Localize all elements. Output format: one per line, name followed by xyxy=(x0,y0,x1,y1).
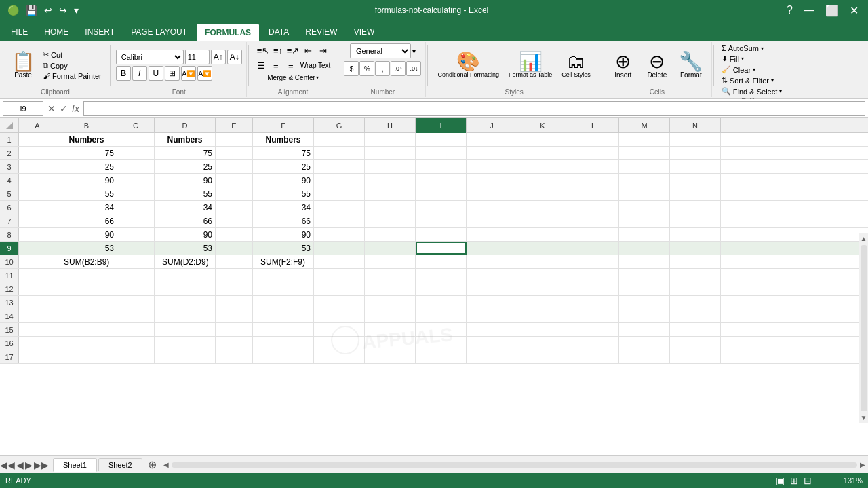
cell-c7[interactable] xyxy=(117,214,155,227)
cell-i6[interactable] xyxy=(416,201,467,214)
delete-button[interactable]: ⊖ Delete xyxy=(641,50,673,81)
cell-n10[interactable] xyxy=(670,255,721,268)
tab-data[interactable]: DATA xyxy=(260,23,297,41)
cell-n7[interactable] xyxy=(670,214,721,227)
cell-l8[interactable] xyxy=(568,228,619,241)
col-header-e[interactable]: E xyxy=(216,118,253,133)
undo-icon[interactable]: ↩ xyxy=(42,3,54,17)
cell-e2[interactable] xyxy=(216,147,253,159)
cell-g10[interactable] xyxy=(314,255,365,268)
cell-j7[interactable] xyxy=(467,214,517,227)
format-as-table-button[interactable]: 📊 Format as Table xyxy=(505,50,556,81)
cell-h2[interactable] xyxy=(365,147,416,159)
font-family-select[interactable]: Calibri xyxy=(116,50,184,64)
tab-insert[interactable]: INSERT xyxy=(77,23,123,41)
tab-view[interactable]: VIEW xyxy=(346,23,383,41)
sheet-nav-prev[interactable]: ◀ xyxy=(16,459,24,470)
cell-m4[interactable] xyxy=(619,174,670,187)
comma-btn[interactable]: , xyxy=(375,61,390,76)
cell-d1[interactable]: Numbers xyxy=(155,133,216,146)
align-top-left-btn[interactable]: ≡↖ xyxy=(256,43,270,57)
cell-g2[interactable] xyxy=(314,147,365,159)
currency-btn[interactable]: $ xyxy=(344,61,359,76)
autosum-dropdown[interactable]: ▾ xyxy=(761,45,764,52)
cell-c5[interactable] xyxy=(117,187,155,200)
cell-h1[interactable] xyxy=(365,133,416,146)
cell-j6[interactable] xyxy=(467,201,517,214)
insert-button[interactable]: ⊕ Insert xyxy=(607,50,639,81)
cell-j9[interactable] xyxy=(467,242,517,255)
align-left-btn[interactable]: ☰ xyxy=(254,58,268,72)
zoom-slider[interactable]: ──── xyxy=(817,476,838,485)
merge-center-btn[interactable]: Merge & Center ▾ xyxy=(266,73,320,82)
clear-dropdown[interactable]: ▾ xyxy=(753,67,755,73)
merge-dropdown-icon[interactable]: ▾ xyxy=(316,75,319,81)
cell-h7[interactable] xyxy=(365,214,416,227)
col-header-f[interactable]: F xyxy=(253,118,314,133)
cancel-formula-icon[interactable]: ✕ xyxy=(46,103,57,114)
number-format-select[interactable]: General xyxy=(350,43,411,58)
find-dropdown[interactable]: ▾ xyxy=(779,88,782,94)
cell-f4[interactable]: 90 xyxy=(253,174,314,187)
fill-dropdown[interactable]: ▾ xyxy=(741,56,744,62)
cell-a9[interactable] xyxy=(19,242,56,255)
cell-c8[interactable] xyxy=(117,228,155,241)
tab-formulas[interactable]: FORMULAS xyxy=(195,23,260,41)
cell-k3[interactable] xyxy=(517,160,568,173)
row-num-6[interactable]: 6 xyxy=(0,201,19,214)
cell-k1[interactable] xyxy=(517,133,568,146)
col-header-k[interactable]: K xyxy=(517,118,568,133)
cell-g1[interactable] xyxy=(314,133,365,146)
row-num-9[interactable]: 9 xyxy=(0,242,19,255)
cell-c3[interactable] xyxy=(117,160,155,173)
cell-j10[interactable] xyxy=(467,255,517,268)
cell-b10[interactable]: =SUM(B2:B9) xyxy=(56,255,117,268)
maximize-btn[interactable]: ⬜ xyxy=(821,4,843,17)
cell-g7[interactable] xyxy=(314,214,365,227)
cell-f2[interactable]: 75 xyxy=(253,147,314,159)
cell-m1[interactable] xyxy=(619,133,670,146)
row-num-8[interactable]: 8 xyxy=(0,228,19,241)
cell-c6[interactable] xyxy=(117,201,155,214)
cell-n9[interactable] xyxy=(670,242,721,255)
cell-b7[interactable]: 66 xyxy=(56,214,117,227)
cell-h8[interactable] xyxy=(365,228,416,241)
cell-b1[interactable]: Numbers xyxy=(56,133,117,146)
cell-l4[interactable] xyxy=(568,174,619,187)
cell-d4[interactable]: 90 xyxy=(155,174,216,187)
scroll-right-btn[interactable]: ▶ xyxy=(860,461,865,468)
view-normal-icon[interactable]: ▣ xyxy=(776,475,785,486)
cell-n6[interactable] xyxy=(670,201,721,214)
tab-review[interactable]: REVIEW xyxy=(297,23,345,41)
cell-f6[interactable]: 34 xyxy=(253,201,314,214)
bold-btn[interactable]: B xyxy=(116,66,131,81)
vertical-scrollbar[interactable]: ▲ ▼ xyxy=(859,233,868,423)
row-num-4[interactable]: 4 xyxy=(0,174,19,187)
indent-decrease-btn[interactable]: ⇤ xyxy=(301,43,315,57)
sheet-nav-first[interactable]: ◀◀ xyxy=(0,459,15,470)
scroll-up-btn[interactable]: ▲ xyxy=(859,233,868,244)
cell-c2[interactable] xyxy=(117,147,155,159)
find-select-button[interactable]: 🔍 Find & Select ▾ xyxy=(719,86,784,96)
cell-a1[interactable] xyxy=(19,133,56,146)
font-color-btn[interactable]: A🔽 xyxy=(197,66,212,81)
redo-icon[interactable]: ↪ xyxy=(57,3,69,17)
view-layout-icon[interactable]: ⊞ xyxy=(790,475,798,486)
cell-k2[interactable] xyxy=(517,147,568,159)
cell-m2[interactable] xyxy=(619,147,670,159)
cell-i5[interactable] xyxy=(416,187,467,200)
cell-m5[interactable] xyxy=(619,187,670,200)
cell-j4[interactable] xyxy=(467,174,517,187)
cell-h9[interactable] xyxy=(365,242,416,255)
cell-e9[interactable] xyxy=(216,242,253,255)
sheet-tab-sheet2[interactable]: Sheet2 xyxy=(98,458,142,471)
view-preview-icon[interactable]: ⊟ xyxy=(804,475,812,486)
scroll-thumb[interactable] xyxy=(861,245,867,411)
cell-i9[interactable] xyxy=(416,242,467,255)
wrap-text-btn[interactable]: Wrap Text xyxy=(299,61,332,70)
cell-n5[interactable] xyxy=(670,187,721,200)
italic-btn[interactable]: I xyxy=(132,66,147,81)
help-btn[interactable]: ? xyxy=(783,4,797,17)
cell-i1[interactable] xyxy=(416,133,467,146)
font-decrease-btn[interactable]: A↓ xyxy=(227,50,242,64)
